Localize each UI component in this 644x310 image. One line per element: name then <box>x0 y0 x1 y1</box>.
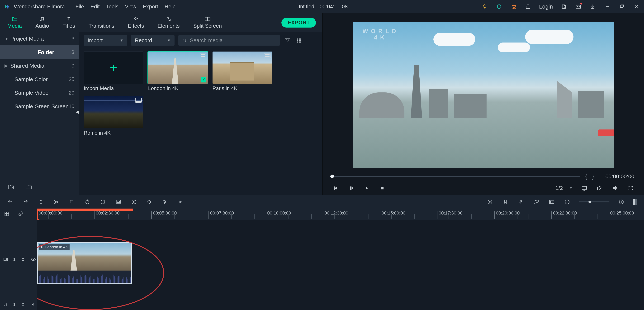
svg-rect-53 <box>22 304 24 306</box>
split-icon[interactable] <box>53 198 60 206</box>
import-media-tile[interactable]: + Import Media <box>84 52 143 91</box>
sidebar-item-folder[interactable]: Folder 3 <box>0 46 79 59</box>
menu-view[interactable]: View <box>125 4 136 10</box>
zoom-slider-head[interactable] <box>588 201 591 203</box>
delete-icon[interactable] <box>37 198 45 206</box>
tracks-body[interactable]: London in 4K <box>37 220 644 310</box>
folder-icon[interactable] <box>25 184 33 192</box>
ruler-label: 00:17:30:00 <box>439 210 462 216</box>
crop-icon[interactable] <box>68 198 76 206</box>
mark-in-icon[interactable]: { <box>585 173 587 180</box>
export-button[interactable]: EXPORT <box>282 18 316 28</box>
speaker-icon[interactable] <box>30 302 36 307</box>
tab-titles[interactable]: Titles <box>62 16 75 29</box>
search-input[interactable] <box>190 37 276 44</box>
redo-icon[interactable] <box>22 198 29 206</box>
timeline-clip[interactable]: London in 4K <box>37 242 132 284</box>
display-ratio-label: 1/2 <box>556 185 563 191</box>
menu-file[interactable]: File <box>76 4 84 10</box>
tab-split-screen[interactable]: Split Screen <box>193 16 222 29</box>
support-icon[interactable] <box>496 3 503 10</box>
zoom-in-icon[interactable] <box>618 198 625 206</box>
display-icon[interactable] <box>580 184 588 192</box>
undo-icon[interactable] <box>6 198 14 206</box>
eye-icon[interactable] <box>30 256 36 262</box>
scrub-head[interactable] <box>330 174 334 178</box>
lock-icon[interactable] <box>20 302 26 307</box>
ruler-label: 00:00:00:00 <box>39 210 62 216</box>
grid-view-icon[interactable] <box>295 36 303 44</box>
idea-icon[interactable] <box>481 3 488 10</box>
download-icon[interactable] <box>589 3 596 10</box>
mark-out-icon[interactable]: } <box>592 173 594 180</box>
voiceover-icon[interactable] <box>517 198 524 206</box>
display-ratio-dropdown[interactable]: 1/2 ▼ <box>556 185 572 191</box>
audio-sync-icon[interactable] <box>176 198 184 206</box>
play-pause-icon[interactable] <box>348 184 355 192</box>
filter-icon[interactable] <box>284 36 292 44</box>
zoom-slider[interactable] <box>579 202 610 202</box>
gift-icon[interactable] <box>524 3 532 10</box>
menu-edit[interactable]: Edit <box>90 4 100 10</box>
text-icon <box>66 16 71 22</box>
media-card-london[interactable]: ✓ London in 4K <box>148 52 208 91</box>
new-folder-icon[interactable] <box>8 184 16 192</box>
volume-icon[interactable] <box>612 184 619 192</box>
track-size-icon[interactable] <box>633 199 638 205</box>
tab-audio[interactable]: Audio <box>36 16 49 29</box>
search-box[interactable] <box>178 35 280 46</box>
playhead[interactable] <box>37 208 38 220</box>
play-icon[interactable] <box>363 184 370 192</box>
maximize-icon[interactable] <box>618 3 625 10</box>
link-icon[interactable] <box>18 211 24 218</box>
video-track-header[interactable]: 1 <box>0 220 37 299</box>
scrub-track[interactable] <box>332 176 580 177</box>
marker-icon[interactable] <box>502 198 509 206</box>
audio-track-header[interactable]: 1 <box>0 299 37 310</box>
tab-elements[interactable]: Elements <box>158 16 180 29</box>
sidebar-item-count: 3 <box>72 36 74 42</box>
mail-icon[interactable] <box>575 3 582 10</box>
prev-frame-icon[interactable] <box>332 184 340 192</box>
cart-icon[interactable] <box>510 3 517 10</box>
menu-help[interactable]: Help <box>164 4 176 10</box>
color-icon[interactable] <box>99 198 106 206</box>
green-screen-icon[interactable] <box>115 198 122 206</box>
tab-transitions[interactable]: Transitions <box>88 16 114 29</box>
tab-effects[interactable]: Effects <box>128 16 144 29</box>
media-thumb <box>212 52 272 84</box>
close-icon[interactable] <box>633 3 640 10</box>
adjust-icon[interactable] <box>161 198 168 206</box>
fullscreen-icon[interactable] <box>627 184 634 192</box>
media-card-rome[interactable]: Rome in 4K <box>84 96 143 136</box>
lock-icon[interactable] <box>20 256 26 262</box>
media-card-paris[interactable]: Paris in 4K <box>212 52 272 91</box>
audio-mixer-icon[interactable] <box>532 198 540 206</box>
motion-tracking-icon[interactable] <box>130 198 138 206</box>
record-dropdown[interactable]: Record ▼ <box>131 35 174 46</box>
import-dropdown[interactable]: Import ▼ <box>84 35 127 46</box>
tab-media[interactable]: Media <box>8 16 22 29</box>
keyframe-icon[interactable] <box>146 198 153 206</box>
timeline-ruler[interactable]: 00:00:00:0000:02:30:0000:05:00:0000:07:3… <box>37 208 644 220</box>
menu-tools[interactable]: Tools <box>106 4 118 10</box>
zoom-out-icon[interactable] <box>564 198 571 206</box>
preview-canvas[interactable]: W O R L D 4 K <box>353 22 614 168</box>
login-button[interactable]: Login <box>539 4 553 10</box>
render-icon[interactable] <box>486 198 494 206</box>
menu-export[interactable]: Export <box>143 4 158 10</box>
sidebar-item-sample-green-screen[interactable]: Sample Green Screen 10 <box>0 100 79 113</box>
sidebar-item-sample-color[interactable]: Sample Color 25 <box>0 72 79 86</box>
sidebar-item-shared-media[interactable]: ▶ Shared Media 0 <box>0 59 79 72</box>
sidebar-item-sample-video[interactable]: Sample Video 20 <box>0 86 79 100</box>
collapse-sidebar-icon[interactable]: ◀ <box>76 109 79 114</box>
minimize-icon[interactable] <box>604 3 611 10</box>
stop-icon[interactable] <box>378 184 386 192</box>
speed-icon[interactable] <box>84 198 91 206</box>
sidebar-item-project-media[interactable]: ▼ Project Media 3 <box>0 32 79 46</box>
tab-titles-label: Titles <box>62 23 75 29</box>
track-manager-icon[interactable] <box>4 211 10 218</box>
snapshot-icon[interactable] <box>596 184 604 192</box>
save-icon[interactable] <box>560 3 567 10</box>
zoom-fit-icon[interactable] <box>548 198 556 206</box>
